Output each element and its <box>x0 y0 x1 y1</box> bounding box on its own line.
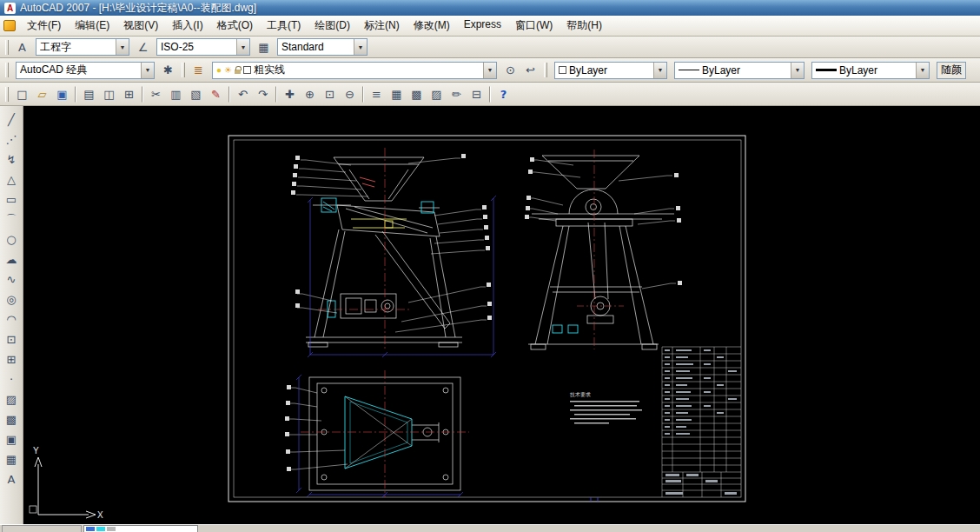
model-tab-icon[interactable] <box>86 527 95 531</box>
chevron-down-icon[interactable]: ▼ <box>916 63 929 78</box>
gradient-tool[interactable]: ▩ <box>2 410 21 429</box>
layout-tabs[interactable] <box>83 525 198 532</box>
table-style-combo[interactable]: Standard ▼ <box>277 38 368 56</box>
toolbar-grip[interactable] <box>5 87 9 102</box>
menu-item[interactable]: 工具(T) <box>260 17 308 35</box>
menu-item[interactable]: Express <box>457 17 508 35</box>
toolbar-button-icon: ≡ <box>372 89 381 100</box>
hatch-tool[interactable]: ▨ <box>2 390 21 409</box>
undo-button[interactable]: ↶ <box>233 84 253 103</box>
ellipse-tool[interactable]: ◎ <box>2 290 21 309</box>
match-properties-button[interactable]: ✎ <box>206 84 226 103</box>
point-tool[interactable]: · <box>2 370 21 389</box>
menu-item[interactable]: 文件(F) <box>20 17 68 35</box>
lineweight-combo[interactable]: ByLayer ▼ <box>811 62 930 79</box>
pan-button[interactable]: ✚ <box>280 84 300 103</box>
menu-item[interactable]: 视图(V) <box>116 17 165 35</box>
zoom-window-button[interactable]: ⊡ <box>320 84 340 103</box>
menu-item[interactable]: 标注(N) <box>357 17 407 35</box>
designcenter-button[interactable]: ▦ <box>387 84 407 103</box>
chevron-down-icon[interactable]: ▼ <box>483 63 496 78</box>
make-block-tool[interactable]: ⊞ <box>2 350 21 369</box>
polygon-tool[interactable]: △ <box>2 170 21 189</box>
layer-thaw-icon[interactable]: ☀ <box>224 66 232 75</box>
line-tool[interactable]: ╱ <box>2 110 21 129</box>
linetype-combo[interactable]: ByLayer ▼ <box>674 62 805 79</box>
arc-tool[interactable]: ⌒ <box>2 210 21 229</box>
sheet-set-manager-button[interactable]: ▨ <box>427 84 447 103</box>
help-button[interactable]: ? <box>493 84 513 103</box>
layer-color-swatch[interactable] <box>243 66 251 74</box>
construction-line-tool[interactable]: ⋰ <box>2 130 21 149</box>
dim-style-manager-button[interactable]: ∠ <box>133 37 153 57</box>
title-bar[interactable]: A AutoCAD 2007 - [H:\毕业设计定稿\A0--装配图.dwg] <box>0 0 980 16</box>
standard-buttons: □ ▱ ▣ ▤ ◫ ⊞ <box>12 84 513 103</box>
menu-item[interactable]: 帮助(H) <box>560 17 609 35</box>
gear-icon: ✱ <box>163 64 173 76</box>
layer-combo[interactable]: ● ☀ 粗实线 ▼ <box>212 62 497 79</box>
chevron-down-icon[interactable]: ▼ <box>354 39 367 55</box>
toolbar-grip[interactable] <box>182 63 185 77</box>
plot-button[interactable]: ▤ <box>79 84 99 103</box>
properties-button[interactable]: ≡ <box>367 84 387 103</box>
text-style-manager-button[interactable]: A <box>12 37 32 57</box>
chevron-down-icon[interactable]: ▼ <box>653 63 666 78</box>
save-button[interactable]: ▣ <box>52 84 72 103</box>
layout-tab-icon[interactable] <box>96 527 105 531</box>
plot-preview-button[interactable]: ◫ <box>99 84 119 103</box>
open-button[interactable]: ▱ <box>32 84 52 103</box>
table-style-manager-button[interactable]: ▦ <box>254 37 274 57</box>
color-combo[interactable]: ByLayer ▼ <box>554 62 667 79</box>
copy-button[interactable]: ▥ <box>166 84 186 103</box>
menu-item[interactable]: 修改(M) <box>407 17 457 35</box>
calculator-button[interactable]: ⊟ <box>467 84 487 103</box>
text-style-combo[interactable]: 工程字 ▼ <box>36 38 129 56</box>
zoom-realtime-button[interactable]: ⊕ <box>300 84 320 103</box>
chevron-down-icon[interactable]: ▼ <box>141 63 154 78</box>
insert-block-tool[interactable]: ⊡ <box>2 330 21 349</box>
tool-palettes-button[interactable]: ▩ <box>407 84 427 103</box>
dim-style-combo[interactable]: ISO-25 ▼ <box>156 38 250 56</box>
menu-item[interactable]: 绘图(D) <box>308 17 357 35</box>
menu-item[interactable]: 编辑(E) <box>68 17 116 35</box>
layout-tab-icon[interactable] <box>107 527 116 531</box>
toolbar-grip[interactable] <box>5 40 9 55</box>
ellipse-arc-tool[interactable]: ◠ <box>2 310 21 329</box>
model-space-canvas[interactable]: 技术要求 Y X <box>23 106 980 524</box>
spline-tool[interactable]: ∿ <box>2 270 21 289</box>
drawing-viewport[interactable]: 技术要求 Y X <box>23 106 980 524</box>
layer-previous-button[interactable]: ↩ <box>520 61 540 80</box>
chevron-down-icon[interactable]: ▼ <box>236 39 249 55</box>
autocad-app-icon: A <box>4 3 16 14</box>
toolbar-grip[interactable] <box>544 63 547 77</box>
menu-item[interactable]: 插入(I) <box>165 17 209 35</box>
redo-button[interactable]: ↷ <box>253 84 273 103</box>
chevron-down-icon[interactable]: ▼ <box>791 63 804 78</box>
make-object-layer-current-button[interactable]: ⊙ <box>500 61 520 80</box>
multiline-text-tool[interactable]: A <box>2 470 21 489</box>
chevron-down-icon[interactable]: ▼ <box>116 39 129 55</box>
new-button[interactable]: □ <box>12 84 32 103</box>
layer-properties-button[interactable]: ≣ <box>189 61 209 80</box>
cut-button[interactable]: ✂ <box>146 84 166 103</box>
dwg-file-icon[interactable] <box>3 20 16 31</box>
circle-tool[interactable]: ○ <box>2 230 21 249</box>
menu-item[interactable]: 格式(O) <box>210 17 260 35</box>
make-current-icon: ⊙ <box>506 64 515 76</box>
layer-lock-icon[interactable] <box>235 70 241 74</box>
markup-set-manager-button[interactable]: ✏ <box>447 84 467 103</box>
polyline-tool[interactable]: ↯ <box>2 150 21 169</box>
table-tool[interactable]: ▦ <box>2 450 21 469</box>
zoom-previous-button[interactable]: ⊖ <box>340 84 360 103</box>
menu-item[interactable]: 窗口(W) <box>508 17 560 35</box>
side-view <box>528 156 674 349</box>
region-tool[interactable]: ▣ <box>2 430 21 449</box>
paste-button[interactable]: ▧ <box>186 84 206 103</box>
workspace-settings-button[interactable]: ✱ <box>158 61 178 80</box>
publish-button[interactable]: ⊞ <box>119 84 139 103</box>
workspace-combo[interactable]: AutoCAD 经典 ▼ <box>16 62 155 79</box>
toolbar-grip[interactable] <box>5 63 9 77</box>
layer-on-icon[interactable]: ● <box>216 66 222 75</box>
revision-cloud-tool[interactable]: ☁ <box>2 250 21 269</box>
rectangle-tool[interactable]: ▭ <box>2 190 21 209</box>
